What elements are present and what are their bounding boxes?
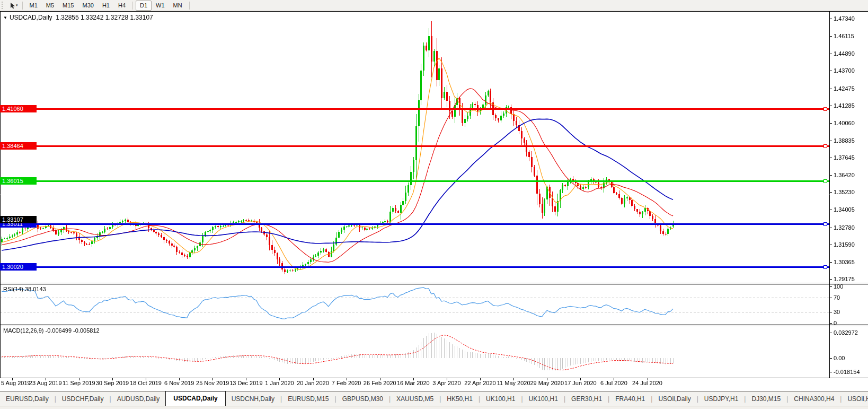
toolbar-separator — [132, 2, 133, 10]
chart-cursor-tool[interactable]: ▾ — [8, 2, 20, 9]
timeframe-button-m15[interactable]: M15 — [58, 1, 78, 11]
timeframe-button-h4[interactable]: H4 — [114, 1, 130, 11]
chart-tab-usdcnh-daily[interactable]: USDCNH,Daily — [226, 393, 280, 406]
chart-tab-fra40-h1[interactable]: FRA40,H1 — [609, 393, 651, 406]
chart-tab-gbpusd-m30[interactable]: GBPUSD,M30 — [336, 393, 389, 406]
timeframe-toolbar: ▾ M1M5M15M30H1H4D1W1MN — [0, 0, 868, 11]
chart-tab-usdjpy-h1[interactable]: USDJPY,H1 — [698, 393, 744, 406]
chart-tab-eurusd-daily[interactable]: EURUSD,Daily — [0, 393, 55, 406]
timeframe-button-d1[interactable]: D1 — [136, 1, 152, 11]
timeframe-button-m5[interactable]: M5 — [42, 1, 58, 11]
chevron-down-icon[interactable]: ▾ — [16, 3, 18, 7]
chart-tab-eurusd-m15[interactable]: EURUSD,M15 — [282, 393, 334, 406]
timeframe-button-w1[interactable]: W1 — [152, 1, 169, 11]
cursor-tool-icon — [10, 2, 15, 9]
chart-tab-bar: EURUSD,Daily|USDCHF,Daily|AUDUSD,DailyUS… — [0, 391, 868, 406]
toolbar-drag-handle[interactable] — [2, 2, 5, 9]
chart-tab-usoil-h[interactable]: USOil,H — [842, 393, 868, 406]
timeframe-button-m1[interactable]: M1 — [25, 1, 42, 11]
trading-platform-window: { "toolbar": { "cursor_icon": "cursor-to… — [0, 0, 868, 409]
chart-tab-ger30-h1[interactable]: GER30,H1 — [565, 393, 608, 406]
chart-tab-xauusd-m5[interactable]: XAUUSD,M5 — [391, 393, 439, 406]
chart-tab-china300-h4[interactable]: CHINA300,H4 — [788, 393, 840, 406]
toolbar-separator — [189, 2, 190, 10]
chart-tab-uk100-h1[interactable]: UK100,H1 — [480, 393, 521, 406]
timeframe-button-h1[interactable]: H1 — [98, 1, 114, 11]
chart-tab-usdchf-daily[interactable]: USDCHF,Daily — [56, 393, 110, 406]
chart-tab-audusd-daily[interactable]: AUDUSD,Daily — [111, 393, 166, 406]
toolbar-separator — [22, 2, 23, 10]
timeframe-button-m30[interactable]: M30 — [78, 1, 98, 11]
status-strip — [0, 406, 868, 409]
chart-tab-usdcad-daily[interactable]: USDCAD,Daily — [165, 391, 225, 406]
timeframe-button-mn[interactable]: MN — [169, 1, 187, 11]
chart-tab-uk100-h1[interactable]: UK100,H1 — [523, 393, 564, 406]
chart-window: ▼USDCAD,Daily 1.32855 1.33242 1.32728 1.… — [0, 11, 868, 391]
chart-tab-usoil-daily[interactable]: USOil,Daily — [652, 393, 696, 406]
chart-tab-dj30-m15[interactable]: DJ30,M15 — [746, 393, 786, 406]
chart-canvas[interactable] — [0, 11, 868, 391]
chart-tab-hk50-h1[interactable]: HK50,H1 — [441, 393, 479, 406]
